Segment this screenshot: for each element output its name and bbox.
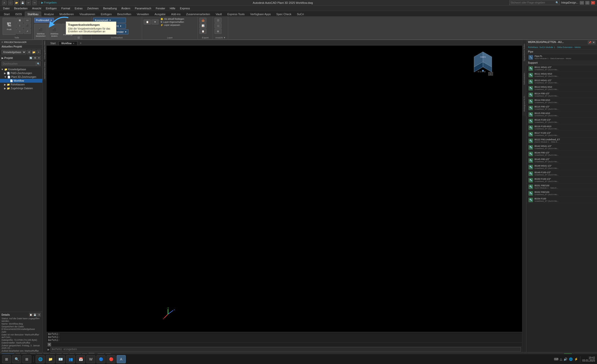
tree-pid-zeichnungen[interactable]: ▶ 📄 P&ID-Zeichnungen — [0, 71, 42, 75]
user-label[interactable]: IntegaDesign... — [561, 1, 578, 4]
tab-visualisieren[interactable]: Visualisieren — [77, 12, 98, 16]
tab-expresstools[interactable]: Express Tools — [225, 12, 247, 16]
tree-knowledgebase[interactable]: ▼ 📁 Knowledgebase — [0, 67, 42, 71]
undo-btn[interactable]: ↩ — [26, 1, 31, 5]
ansicht-btn-3[interactable]: ⊞ — [215, 29, 222, 34]
task-search-btn[interactable]: 🔍 — [12, 355, 21, 363]
leiter-btn[interactable]: ↗ — [24, 29, 31, 34]
task-chrome-btn[interactable]: 🔵 — [96, 355, 105, 363]
treppen-btn[interactable]: ⌂ — [16, 29, 23, 34]
palette-bg11-ms41-m10[interactable]: 🔩 BG11 MS41-M10 Undefined_ET (SuCri Mo..… — [526, 72, 597, 78]
command-close-btn[interactable]: ✕ — [48, 343, 51, 346]
systray-power[interactable]: ⚡ — [574, 357, 578, 361]
task-edge-btn[interactable]: 🌐 — [36, 355, 45, 363]
project-settings-btn[interactable]: ⚙ — [27, 50, 31, 54]
menu-parametrisch[interactable]: Parametrisch — [133, 6, 153, 10]
palette-bg13-ms41-m10[interactable]: 🔩 BG13 MS41-M10 Undefined_ET (SuCri Mo..… — [526, 85, 597, 92]
tab-analyse[interactable]: Analyse — [41, 12, 57, 16]
tab-sucri[interactable]: SuCri — [294, 12, 307, 16]
stahlbau-aendern-btn[interactable]: ⬛ Stahlbauändern — [48, 24, 61, 40]
palette-bg54-f100[interactable]: 🔩 BG54 F100 Undefined_ET (SuCri Mo... — [526, 197, 597, 203]
sidebar-menu-icon[interactable]: ≡ — [2, 41, 3, 43]
open-btn[interactable]: 📂 — [14, 1, 19, 5]
taskbar-clock[interactable]: 19:42 03.01.2025 — [582, 356, 595, 362]
redo-btn[interactable]: ↪ — [32, 1, 37, 5]
tab-stahlbau[interactable]: Stahlbau — [25, 12, 41, 16]
tab-start[interactable]: Start — [1, 12, 12, 16]
tab-einfuegen[interactable]: Einfügen — [98, 12, 114, 16]
add-tab-btn[interactable]: + — [78, 41, 83, 45]
palette-bg14-f80-m10[interactable]: 🔩 BG14 F80-M10 Undefined_ET (SuCri Mo... — [526, 98, 597, 105]
tab-start-view[interactable]: Start — [48, 41, 58, 45]
menu-datei[interactable]: Datei — [1, 6, 12, 10]
tab-modellieren[interactable]: Modellieren — [57, 12, 77, 16]
new-btn[interactable]: □ — [8, 1, 13, 5]
systray-up[interactable]: △ — [560, 357, 562, 361]
windows-start-btn[interactable]: ⊞ — [2, 355, 11, 363]
menu-aendern[interactable]: Ändern — [119, 6, 132, 10]
palette-bg22-f100[interactable]: 🔩 BG22 F80,Undefined_ET (SuCri Module 1 … — [526, 138, 597, 144]
tab-ausgabe[interactable]: Ausgabe — [152, 12, 168, 16]
tab-verwalten[interactable]: Verwalten — [134, 12, 152, 16]
export-btn-1[interactable]: 📤 — [199, 18, 206, 23]
profil-wiederherstellen-btn[interactable]: ◱ — [75, 35, 82, 40]
layer-dropdown-btn[interactable]: ▼ — [152, 19, 159, 25]
tree-search-input[interactable] — [2, 61, 36, 66]
tab-isos[interactable]: ISOS — [12, 12, 25, 16]
palette-bg16-f100-m10[interactable]: 🔩 BG16 F100-M10 Undefined_ET (SuCri Mo..… — [526, 124, 597, 131]
task-outlook-btn[interactable]: 📅 — [76, 355, 85, 363]
palette-bg45-f80-half[interactable]: 🔩 BG45 F80-1/2" Undefined_ET (SuCri Mo..… — [526, 157, 597, 164]
minimize-btn[interactable]: — — [580, 1, 584, 5]
platte-btn[interactable]: ▭ — [24, 18, 31, 23]
palette-pipe-pl[interactable]: 🔧 Pipe.PL SuCri Module 1 - Sikla Extensi… — [526, 54, 597, 61]
profil-btn[interactable]: 🏗 Profil — [3, 18, 16, 35]
palette-pin-btn[interactable]: 📌 — [588, 41, 591, 44]
app-icon[interactable]: A — [2, 1, 7, 5]
projekt-more-btn[interactable]: ▼ — [37, 56, 41, 60]
menu-ansicht[interactable]: Ansicht — [30, 6, 43, 10]
menu-bemaszung[interactable]: Bemaßung — [101, 6, 119, 10]
palette-bg50-f100-half[interactable]: 🔩 BG50 F100-1/2" Undefined_ET (SuCri Mo.… — [526, 177, 597, 184]
home-btn[interactable]: ⌂ — [488, 72, 493, 76]
task-acrobat-btn[interactable]: 🔴 — [106, 355, 116, 363]
task-view-btn[interactable]: ⊞ — [22, 355, 31, 363]
details-save-btn[interactable]: 💾 — [33, 313, 37, 316]
tab-workflow-close[interactable]: ✕ — [73, 42, 75, 45]
systray-keyboard[interactable]: ⌨ — [554, 357, 558, 361]
task-autocad-btn[interactable]: A — [117, 355, 126, 363]
project-open-btn[interactable]: 📂 — [32, 50, 36, 54]
project-tree[interactable]: ▼ 📁 Knowledgebase ▶ 📄 P&ID-Zeichnungen ▼… — [0, 67, 42, 312]
export-btn-3[interactable]: 📋 — [199, 29, 206, 34]
raster-btn[interactable]: ▦ — [16, 18, 23, 23]
details-copy-btn[interactable]: 📋 — [29, 313, 33, 316]
projekt-settings2-btn[interactable]: ⚙ — [33, 56, 37, 60]
tab-addins[interactable]: Add-ins — [168, 12, 183, 16]
tree-search-btn[interactable]: 🔍 — [36, 61, 41, 66]
tree-plant3d-zeichnungen[interactable]: ▼ 📄 Plant 3D-Zeichnungen — [0, 75, 42, 79]
systray-sound[interactable]: 🔊 — [564, 357, 567, 361]
palette-bg49-f100-half[interactable]: 🔩 BG49 F100-1/2" Undefined_ET (SuCri Mo.… — [526, 170, 597, 177]
task-mail-btn[interactable]: 📧 — [56, 355, 65, 363]
palette-support-section[interactable]: Support — [526, 61, 597, 65]
profilmodell-dropdown[interactable]: Profilmodell ▼ — [34, 18, 54, 23]
menu-einfuegen[interactable]: Einfügen — [44, 6, 59, 10]
palette-bg14-f80-half[interactable]: 🔩 BG14 F80-1/2" Undefined_ET (SuCri Mo..… — [526, 92, 597, 98]
ansicht-btn-2[interactable]: ◻ — [215, 23, 222, 28]
menu-extras[interactable]: Extras — [73, 6, 84, 10]
palette-bg15-f80-half[interactable]: 🔩 BG15 F80-1/2" Undefined_ET (SuCri Mo..… — [526, 105, 597, 111]
export-btn-2[interactable]: 📊 — [199, 23, 206, 28]
view-cube[interactable]: OBEN N S O W — [472, 51, 492, 71]
systray-network[interactable]: 🌐 — [569, 357, 573, 361]
tab-beschriften[interactable]: Beschriften — [115, 12, 134, 16]
project-dropdown[interactable]: Knowledgebase — [2, 50, 26, 54]
menu-fenster[interactable]: Fenster — [154, 6, 167, 10]
palette-bg11-ms41-half[interactable]: 🔩 BG11 MS41-1/2" Undefined_ET (SuCri Mo.… — [526, 65, 597, 72]
search-input[interactable] — [510, 1, 555, 4]
tree-zugehoerige[interactable]: ▶ 📁 Zugehörige Dateien — [0, 86, 42, 90]
ansicht-btn-1[interactable]: ◫ — [215, 18, 222, 23]
task-explorer-btn[interactable]: 📁 — [46, 355, 55, 363]
tree-rohrklassen[interactable]: ▶ 📁 Rohrklassen — [0, 83, 42, 86]
task-teams-btn[interactable]: 👥 — [66, 355, 75, 363]
main-viewport[interactable]: X Y Z — [47, 46, 522, 332]
details-info-btn[interactable]: ℹ — [37, 313, 41, 316]
